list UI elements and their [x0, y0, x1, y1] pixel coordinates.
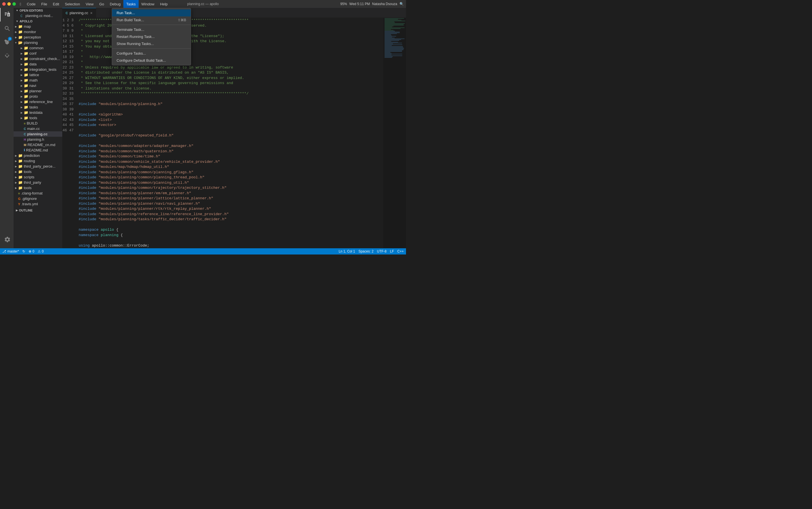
folder-icon: 📁	[24, 89, 28, 93]
folder-icon: 📁	[24, 78, 28, 82]
folder-icon: 📂	[18, 40, 23, 45]
folder-chevron: ▶	[19, 79, 24, 82]
planning-cc-icon: C	[19, 13, 24, 18]
tree-item-main.cc[interactable]: Cmain.cc	[13, 126, 62, 131]
tree-item-.gitignore[interactable]: G.gitignore	[13, 196, 62, 201]
language-mode[interactable]: C++	[397, 249, 404, 253]
explorer-header[interactable]: ▼ APOLLO	[13, 19, 62, 24]
tree-item-tasks[interactable]: ▶📁tasks	[13, 104, 62, 110]
menu-selection[interactable]: Selection	[62, 0, 83, 8]
menu-code[interactable]: Code	[24, 0, 38, 8]
tree-item-navi[interactable]: ▶📁navi	[13, 83, 62, 88]
tree-item-monitor[interactable]: ▶📁monitor	[13, 29, 62, 35]
settings-button[interactable]	[0, 232, 13, 246]
minimize-button[interactable]	[7, 2, 11, 6]
tree-item-.clang-format[interactable]: ≡.clang-format	[13, 191, 62, 196]
tree-item-math[interactable]: ▶📁math	[13, 77, 62, 83]
tree-item-constraint_check...[interactable]: ▶📁constraint_check...	[13, 56, 62, 61]
menu-view[interactable]: View	[83, 0, 97, 8]
dropdown-item-label: Run Task...	[117, 11, 135, 15]
folder-icon: 📁	[18, 170, 23, 174]
encoding[interactable]: UTF-8	[377, 249, 386, 253]
tree-item-reference_line[interactable]: ▶📁reference_line	[13, 99, 62, 104]
file-type-icon: C	[24, 127, 26, 131]
sync-button[interactable]: ↻	[22, 249, 25, 253]
dropdown-item-run-build-task[interactable]: Run Build Task...⇧⌘B	[112, 16, 191, 24]
tree-item-third_party_perce...[interactable]: ▶📁third_party_perce...	[13, 164, 62, 169]
tab-close-button[interactable]: ×	[90, 11, 93, 15]
outline-chevron: ▶	[16, 209, 18, 212]
tree-item-planner[interactable]: ▶📁planner	[13, 88, 62, 94]
tree-item-planning.h[interactable]: Hplanning.h	[13, 137, 62, 142]
search-icon[interactable]: 🔍	[400, 2, 404, 6]
folder-icon: 📁	[24, 62, 28, 66]
dropdown-separator	[112, 48, 191, 49]
menu-debug[interactable]: Debug	[107, 0, 123, 8]
tab-planning-cc[interactable]: C planning.cc ×	[62, 8, 96, 18]
file-type-icon: ℹ	[24, 148, 25, 152]
extensions-button[interactable]	[0, 49, 13, 62]
tree-item-scripts[interactable]: ▶📁scripts	[13, 174, 62, 180]
item-label: README.md	[26, 148, 48, 152]
tree-item-lattice[interactable]: ▶📁lattice	[13, 72, 62, 77]
tree-item-routing[interactable]: ▶📁routing	[13, 158, 62, 164]
tab-label: planning.cc	[70, 11, 88, 15]
menu-help[interactable]: Help	[157, 0, 171, 8]
tree-item-README.md[interactable]: ℹREADME.md	[13, 147, 62, 153]
tree-item-conf[interactable]: ▶📁conf	[13, 51, 62, 56]
source-control-button[interactable]: 3	[0, 35, 13, 49]
tree-item-planning.cc[interactable]: Cplanning.cc	[13, 131, 62, 137]
menu-go[interactable]: Go	[97, 0, 107, 8]
open-editors-header[interactable]: ▼ OPEN EDITORS	[13, 8, 62, 13]
dropdown-item-configure-tasks[interactable]: Configure Tasks...	[112, 50, 191, 57]
folder-chevron: ▶	[19, 101, 24, 103]
tree-item-data[interactable]: ▶📁data	[13, 61, 62, 67]
tree-item-README_cn.md[interactable]: MREADME_cn.md	[13, 142, 62, 147]
apple-menu[interactable]: 	[17, 0, 24, 8]
open-editor-planning-cc[interactable]: C planning.cc mod...	[13, 13, 62, 19]
tasks-menu[interactable]: Run Task...Run Build Task...⇧⌘BTerminate…	[112, 8, 191, 65]
git-branch[interactable]: ⎇ master*	[2, 249, 19, 253]
tree-item-common[interactable]: ▶📁common	[13, 45, 62, 51]
line-ending[interactable]: LF	[390, 249, 394, 253]
tree-item-tools[interactable]: ▶📁tools	[13, 185, 62, 191]
item-label: .gitignore	[22, 197, 37, 201]
menu-edit[interactable]: Edit	[50, 0, 62, 8]
errors-count[interactable]: ⊗ 0	[29, 249, 34, 253]
dropdown-item-configure-default-build-task[interactable]: Configure Default Build Task...	[112, 57, 191, 64]
tree-item-tools[interactable]: ▶📁tools	[13, 115, 62, 121]
tree-item-third_party[interactable]: ▶📁third_party	[13, 180, 62, 185]
cursor-position[interactable]: Ln 1, Col 1	[339, 249, 355, 253]
dropdown-item-run-task[interactable]: Run Task...	[112, 9, 191, 16]
outline-header[interactable]: ▶ OUTLINE	[13, 208, 62, 213]
tree-item-planning[interactable]: ▼📂planning	[13, 40, 62, 45]
dropdown-item-restart-running-task[interactable]: Restart Running Task...	[112, 33, 191, 40]
menu-window[interactable]: Window	[139, 0, 157, 8]
folder-chevron: ▶	[19, 63, 24, 66]
item-label: third_party	[24, 180, 41, 184]
explorer-button[interactable]	[0, 8, 13, 22]
close-button[interactable]	[2, 2, 6, 6]
tree-item-testdata[interactable]: ▶📁testdata	[13, 110, 62, 115]
dropdown-item-terminate-task[interactable]: Terminate Task...	[112, 26, 191, 33]
tree-item-perception[interactable]: ▶📁perception	[13, 35, 62, 40]
tree-item-map[interactable]: ▶📁map	[13, 24, 62, 29]
search-button[interactable]	[0, 22, 13, 35]
tree-item-proto[interactable]: ▶📁proto	[13, 94, 62, 99]
indentation[interactable]: Spaces: 2	[359, 249, 373, 253]
folder-icon: 📁	[24, 83, 28, 88]
maximize-button[interactable]	[12, 2, 16, 6]
tree-item-integration_tests[interactable]: ▶📁integration_tests	[13, 67, 62, 72]
tree-item-BUILD[interactable]: ≡BUILD	[13, 121, 62, 126]
item-label: map	[24, 24, 31, 29]
menu-file[interactable]: File	[38, 0, 50, 8]
dropdown-item-show-running-tasks[interactable]: Show Running Tasks...	[112, 40, 191, 47]
tree-item-tools[interactable]: ▶📁tools	[13, 169, 62, 174]
tree-item-.travis.yml[interactable]: Y.travis.yml	[13, 201, 62, 207]
tree-item-prediction[interactable]: ▶📁prediction	[13, 153, 62, 158]
folder-chevron: ▶	[13, 165, 18, 168]
title-bar:  Code File Edit Selection View Go Debug…	[0, 0, 406, 8]
warnings-count[interactable]: ⚠ 0	[38, 249, 44, 253]
menu-tasks[interactable]: Tasks	[123, 0, 138, 8]
item-label: planning	[24, 40, 38, 45]
